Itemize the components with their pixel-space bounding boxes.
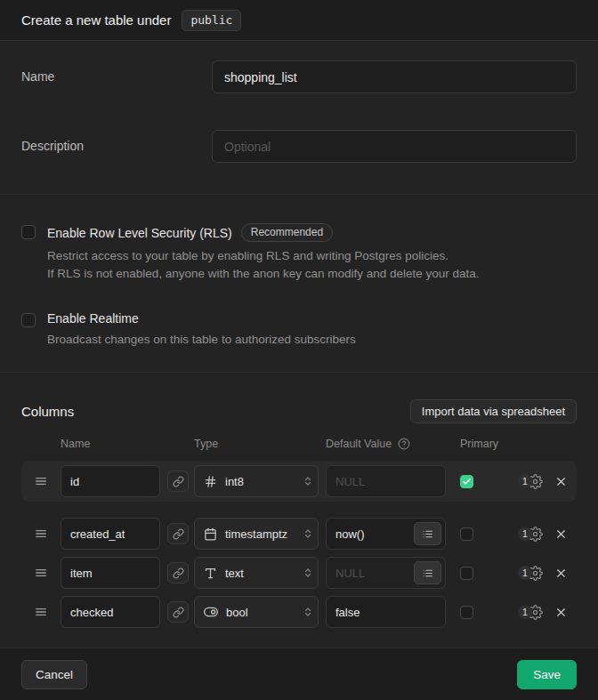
import-spreadsheet-button[interactable]: Import data via spreadsheet xyxy=(410,399,577,423)
table-info-section: Name Description xyxy=(0,41,598,194)
column-type-select[interactable]: timestamptz xyxy=(194,518,319,550)
default-value-picker-icon[interactable] xyxy=(414,522,441,545)
column-settings-button[interactable]: 1 xyxy=(518,474,543,489)
column-settings-button[interactable]: 1 xyxy=(518,605,543,620)
calendar-icon xyxy=(204,527,217,541)
drag-handle-icon[interactable] xyxy=(21,526,61,542)
settings-count-badge: 1 xyxy=(518,605,532,619)
primary-checkbox[interactable] xyxy=(460,606,473,619)
rls-texts: Enable Row Level Security (RLS) Recommen… xyxy=(47,223,480,283)
column-name-input[interactable] xyxy=(61,596,160,628)
default-value-picker-icon[interactable] xyxy=(414,561,441,584)
primary-checkbox[interactable] xyxy=(460,527,473,541)
cancel-button[interactable]: Cancel xyxy=(21,660,87,689)
realtime-description: Broadcast changes on this table to autho… xyxy=(47,331,356,349)
column-name-input[interactable] xyxy=(61,557,160,589)
realtime-label: Enable Realtime xyxy=(47,311,139,326)
primary-row-panel: int8 1 xyxy=(21,461,577,502)
header-primary: Primary xyxy=(460,438,498,450)
drag-handle-icon[interactable] xyxy=(21,473,61,489)
column-row-checked: bool 1 xyxy=(21,596,577,628)
drag-handle-icon[interactable] xyxy=(21,604,61,620)
column-name-input[interactable] xyxy=(61,518,160,550)
header-name: Name xyxy=(61,438,194,450)
options-section: Enable Row Level Security (RLS) Recommen… xyxy=(0,194,598,372)
rls-toggle-block: Enable Row Level Security (RLS) Recommen… xyxy=(21,223,577,283)
foreign-key-icon[interactable] xyxy=(167,601,189,623)
remove-column-icon[interactable] xyxy=(554,606,568,619)
remove-column-icon[interactable] xyxy=(554,567,568,580)
remove-column-icon[interactable] xyxy=(554,475,568,488)
save-button[interactable]: Save xyxy=(517,660,577,689)
primary-checkbox[interactable] xyxy=(460,567,473,580)
columns-header-row: Name Type Default Value Primary xyxy=(21,438,577,450)
dialog-title: Create a new table under xyxy=(21,12,171,28)
table-name-input[interactable] xyxy=(212,60,577,93)
column-row-item: text 1 xyxy=(21,557,577,589)
column-name-input[interactable] xyxy=(61,465,160,497)
realtime-checkbox[interactable] xyxy=(21,313,36,327)
realtime-toggle-block: Enable Realtime Broadcast changes on thi… xyxy=(21,311,577,349)
column-type-select[interactable]: bool xyxy=(194,596,319,628)
name-row: Name xyxy=(21,60,577,93)
recommended-badge: Recommended xyxy=(241,223,333,242)
column-settings-button[interactable]: 1 xyxy=(518,527,543,542)
column-type-select[interactable]: text xyxy=(194,557,319,589)
primary-checkbox[interactable] xyxy=(460,475,473,488)
name-label: Name xyxy=(21,60,212,93)
settings-count-badge: 1 xyxy=(518,566,532,580)
chevron-updown-icon xyxy=(303,527,313,540)
foreign-key-icon[interactable] xyxy=(167,562,189,583)
rls-label: Enable Row Level Security (RLS) xyxy=(47,226,232,240)
header-type: Type xyxy=(194,438,326,450)
chevron-updown-icon xyxy=(303,475,313,487)
rls-checkbox[interactable] xyxy=(21,225,36,239)
column-settings-button[interactable]: 1 xyxy=(518,566,543,581)
realtime-texts: Enable Realtime Broadcast changes on thi… xyxy=(47,311,356,349)
columns-section: Columns Import data via spreadsheet Name… xyxy=(0,372,598,648)
header-default: Default Value xyxy=(326,438,392,450)
schema-badge: public xyxy=(182,10,241,31)
description-label: Description xyxy=(21,130,212,163)
rls-description: Restrict access to your table by enablin… xyxy=(47,247,480,283)
foreign-key-icon[interactable] xyxy=(167,471,189,492)
remove-column-icon[interactable] xyxy=(554,527,568,541)
chevron-updown-icon xyxy=(303,606,313,618)
drag-handle-icon[interactable] xyxy=(21,565,61,581)
foreign-key-icon[interactable] xyxy=(167,523,189,544)
column-default-input[interactable] xyxy=(326,596,446,628)
settings-count-badge: 1 xyxy=(518,474,532,488)
column-row-id: int8 1 xyxy=(21,465,577,497)
column-type-select[interactable]: int8 xyxy=(194,465,319,497)
dialog-footer: Cancel Save xyxy=(0,648,598,700)
create-table-dialog: Create a new table under public Name Des… xyxy=(0,0,598,700)
settings-count-badge: 1 xyxy=(518,527,532,541)
text-type-icon xyxy=(204,567,217,580)
table-description-input[interactable] xyxy=(212,130,577,163)
chevron-updown-icon xyxy=(303,567,313,579)
columns-title: Columns xyxy=(21,404,74,419)
column-default-input[interactable] xyxy=(326,465,446,497)
toggle-icon xyxy=(204,605,218,619)
help-icon[interactable] xyxy=(398,438,410,450)
description-row: Description xyxy=(21,130,577,163)
dialog-header: Create a new table under public xyxy=(0,0,598,41)
column-row-created-at: timestamptz 1 xyxy=(21,518,577,550)
hash-icon xyxy=(204,475,217,488)
